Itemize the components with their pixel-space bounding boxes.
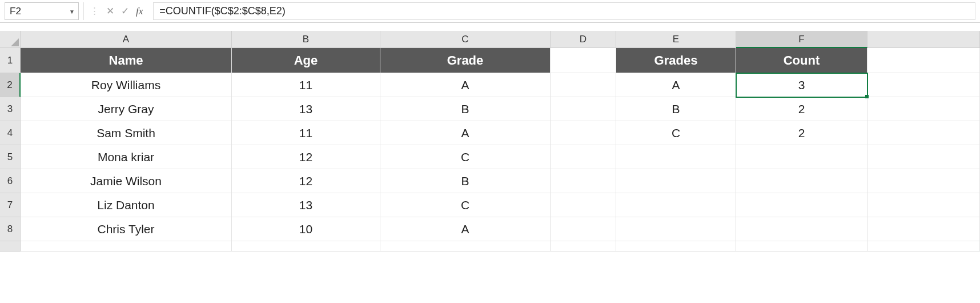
- cell-F4[interactable]: 2: [736, 121, 867, 145]
- cell-extra-2[interactable]: [867, 73, 980, 97]
- cell-E7[interactable]: [616, 193, 736, 217]
- col-header-C[interactable]: C: [380, 31, 551, 48]
- enter-icon[interactable]: ✓: [121, 5, 129, 17]
- name-box-dropdown-icon[interactable]: ▼: [69, 8, 75, 14]
- cell-F5[interactable]: [736, 145, 867, 169]
- row-header-4[interactable]: 4: [0, 121, 21, 145]
- cell-extra-3[interactable]: [867, 97, 980, 121]
- name-box[interactable]: F2 ▼: [5, 2, 79, 20]
- col-header-D[interactable]: D: [551, 31, 616, 48]
- cell-A7[interactable]: Liz Danton: [21, 193, 232, 217]
- cell-A4[interactable]: Sam Smith: [21, 121, 232, 145]
- cell-C-extra[interactable]: [380, 241, 551, 252]
- cell-extra-7[interactable]: [867, 193, 980, 217]
- row-header-extra[interactable]: [0, 241, 21, 252]
- cell-A6[interactable]: Jamie Wilson: [21, 169, 232, 193]
- cell-D6[interactable]: [551, 169, 616, 193]
- row-5: 5 Mona kriar 12 C: [0, 145, 980, 169]
- cell-F2[interactable]: 3: [736, 73, 867, 97]
- row-header-1[interactable]: 1: [0, 48, 21, 73]
- cell-D3[interactable]: [551, 97, 616, 121]
- formula-text: =COUNTIF($C$2:$C$8,E2): [159, 5, 286, 17]
- cell-C6[interactable]: B: [380, 169, 551, 193]
- cell-C4[interactable]: A: [380, 121, 551, 145]
- cell-F3[interactable]: 2: [736, 97, 867, 121]
- cell-F1[interactable]: Count: [736, 48, 867, 73]
- cell-C7[interactable]: C: [380, 193, 551, 217]
- formula-input[interactable]: =COUNTIF($C$2:$C$8,E2): [153, 2, 975, 20]
- cell-F-extra[interactable]: [736, 241, 867, 252]
- col-header-F[interactable]: F: [736, 31, 867, 48]
- cell-A8[interactable]: Chris Tyler: [21, 217, 232, 241]
- cell-F6[interactable]: [736, 169, 867, 193]
- cell-E-extra[interactable]: [616, 241, 736, 252]
- cell-extra-4[interactable]: [867, 121, 980, 145]
- row-header-5[interactable]: 5: [0, 145, 21, 169]
- cell-E6[interactable]: [616, 169, 736, 193]
- cell-B1[interactable]: Age: [232, 48, 380, 73]
- row-header-3[interactable]: 3: [0, 97, 21, 121]
- cell-A-extra[interactable]: [21, 241, 232, 252]
- cell-C1[interactable]: Grade: [380, 48, 551, 73]
- row-header-6[interactable]: 6: [0, 169, 21, 193]
- cell-D2[interactable]: [551, 73, 616, 97]
- column-header-row: A B C D E F: [0, 31, 980, 48]
- row-header-8[interactable]: 8: [0, 217, 21, 241]
- cell-D8[interactable]: [551, 217, 616, 241]
- cell-C5[interactable]: C: [380, 145, 551, 169]
- row-1: 1 Name Age Grade Grades Count: [0, 48, 980, 73]
- cell-D7[interactable]: [551, 193, 616, 217]
- name-box-value: F2: [10, 6, 21, 17]
- cell-C8[interactable]: A: [380, 217, 551, 241]
- cell-B3[interactable]: 13: [232, 97, 380, 121]
- cell-A2[interactable]: Roy Williams: [21, 73, 232, 97]
- fx-icon[interactable]: fx: [136, 6, 143, 17]
- cell-C2[interactable]: A: [380, 73, 551, 97]
- cell-extra-6[interactable]: [867, 169, 980, 193]
- col-header-E[interactable]: E: [616, 31, 736, 48]
- cell-A3[interactable]: Jerry Gray: [21, 97, 232, 121]
- cell-B7[interactable]: 13: [232, 193, 380, 217]
- select-all-corner[interactable]: [0, 31, 21, 48]
- cell-E4[interactable]: C: [616, 121, 736, 145]
- cell-extra-extra[interactable]: [867, 241, 980, 252]
- formula-controls: ⋮ ✕ ✓ fx: [83, 2, 148, 20]
- row-header-2[interactable]: 2: [0, 73, 21, 97]
- col-header-A[interactable]: A: [21, 31, 232, 48]
- grid: 1 Name Age Grade Grades Count 2 Roy Will…: [0, 48, 980, 252]
- cell-B-extra[interactable]: [232, 241, 380, 252]
- cell-E1[interactable]: Grades: [616, 48, 736, 73]
- cell-D5[interactable]: [551, 145, 616, 169]
- cell-D4[interactable]: [551, 121, 616, 145]
- cancel-icon[interactable]: ✕: [106, 5, 114, 17]
- cell-B6[interactable]: 12: [232, 169, 380, 193]
- cell-E8[interactable]: [616, 217, 736, 241]
- row-3: 3 Jerry Gray 13 B B 2: [0, 97, 980, 121]
- cell-E5[interactable]: [616, 145, 736, 169]
- row-extra: [0, 241, 980, 252]
- cell-E3[interactable]: B: [616, 97, 736, 121]
- col-header-B[interactable]: B: [232, 31, 380, 48]
- cell-B8[interactable]: 10: [232, 217, 380, 241]
- cell-B4[interactable]: 11: [232, 121, 380, 145]
- row-7: 7 Liz Danton 13 C: [0, 193, 980, 217]
- row-header-7[interactable]: 7: [0, 193, 21, 217]
- cell-A5[interactable]: Mona kriar: [21, 145, 232, 169]
- cell-E2[interactable]: A: [616, 73, 736, 97]
- cell-B2[interactable]: 11: [232, 73, 380, 97]
- cell-extra-1[interactable]: [867, 48, 980, 73]
- cell-A1[interactable]: Name: [21, 48, 232, 73]
- row-2: 2 Roy Williams 11 A A 3: [0, 73, 980, 97]
- row-6: 6 Jamie Wilson 12 B: [0, 169, 980, 193]
- cell-extra-5[interactable]: [867, 145, 980, 169]
- cell-C3[interactable]: B: [380, 97, 551, 121]
- cell-F7[interactable]: [736, 193, 867, 217]
- cell-D1[interactable]: [551, 48, 616, 73]
- formula-bar: F2 ▼ ⋮ ✕ ✓ fx =COUNTIF($C$2:$C$8,E2): [0, 0, 980, 23]
- col-header-extra[interactable]: [867, 31, 980, 48]
- cell-extra-8[interactable]: [867, 217, 980, 241]
- cell-B5[interactable]: 12: [232, 145, 380, 169]
- cell-F8[interactable]: [736, 217, 867, 241]
- row-4: 4 Sam Smith 11 A C 2: [0, 121, 980, 145]
- cell-D-extra[interactable]: [551, 241, 616, 252]
